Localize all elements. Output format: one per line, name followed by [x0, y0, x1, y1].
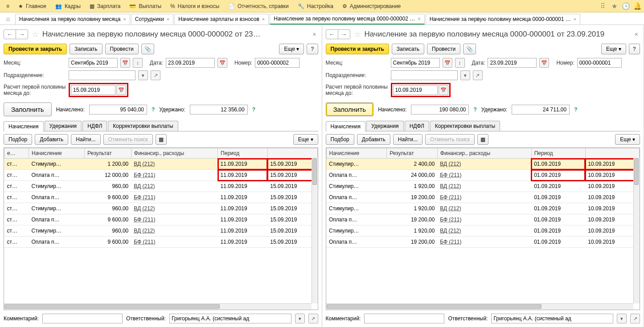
close-icon[interactable]: ×	[123, 16, 126, 22]
fill-button[interactable]: Заполнить	[4, 102, 52, 116]
date-input[interactable]: 23.09.2019	[166, 58, 215, 68]
open-icon[interactable]: ↗	[151, 70, 160, 80]
cancel-find-button[interactable]: Отменить поиск	[103, 134, 153, 145]
table-row[interactable]: Оплата п…19 200,00БФ (211)01.09.201910.0…	[326, 237, 640, 248]
menu-hamburger[interactable]: ≡	[2, 0, 14, 12]
table-row[interactable]: Оплата п…19 200,00БФ (211)01.09.201910.0…	[326, 192, 640, 203]
column-header[interactable]: е…	[4, 148, 29, 159]
tab-2[interactable]: Начисление зарплаты и взносов×	[174, 14, 269, 25]
spinner-icon[interactable]: ↕	[133, 58, 143, 68]
calendar-icon[interactable]: 📅	[539, 58, 549, 68]
comment-input[interactable]	[42, 314, 123, 323]
back-icon[interactable]: ←	[326, 30, 338, 39]
calendar-icon[interactable]: 📅	[120, 58, 130, 68]
calendar-icon[interactable]: 📅	[217, 58, 227, 68]
star-outline-icon[interactable]: ☆	[354, 29, 361, 39]
horizontal-scrollbar[interactable]	[326, 303, 634, 310]
resp-input[interactable]: Григорьянц А.А. (системный ад	[169, 314, 291, 323]
help-icon[interactable]: ?	[473, 106, 476, 113]
tab-0[interactable]: Начисления за первую половину месяца×	[15, 14, 130, 25]
accrued-input[interactable]	[89, 105, 147, 114]
help-icon[interactable]: ?	[152, 106, 155, 113]
column-header[interactable]: Результат	[85, 148, 131, 159]
pick-button[interactable]: Подбор	[4, 134, 32, 145]
open-icon[interactable]: ↗	[308, 314, 318, 323]
column-header[interactable]: Финансир., расходы	[131, 148, 217, 159]
table-row[interactable]: Оплата п…24 000,00БФ (211)01.09.201910.0…	[326, 170, 640, 181]
subtab-3[interactable]: Корректировки выплаты	[430, 121, 500, 131]
post-button[interactable]: Провести	[105, 44, 139, 54]
nav-back-forward[interactable]: ←→	[326, 29, 350, 39]
open-icon[interactable]: ↗	[473, 70, 483, 80]
star-outline-icon[interactable]: ☆	[32, 29, 39, 39]
menu-reports[interactable]: 📄Отчетность, справки	[224, 0, 293, 12]
column-header[interactable]: Начисление	[326, 148, 387, 159]
column-header[interactable]: Результат	[387, 148, 438, 159]
write-button[interactable]: Записать	[70, 44, 102, 54]
pick-button[interactable]: Подбор	[326, 134, 354, 145]
subtab-3[interactable]: Корректировки выплаты	[108, 121, 178, 131]
table-row[interactable]: Оплата п…19 200,00БФ (211)01.09.201910.0…	[326, 214, 640, 225]
table-row[interactable]: ст…Оплата п…9 600,00БФ (211)11.09.201915…	[4, 237, 318, 248]
column-header[interactable]	[585, 148, 639, 159]
close-icon[interactable]: ×	[418, 16, 420, 21]
more-button[interactable]: Еще ▾	[601, 44, 626, 54]
dropdown-icon[interactable]: ▾	[460, 70, 470, 80]
bell-icon[interactable]: 🔔	[632, 1, 642, 11]
subtab-2[interactable]: НДФЛ	[405, 121, 429, 131]
table-row[interactable]: ст…Стимулир…960,00ВД (212)11.09.201915.0…	[4, 181, 318, 192]
fill-button[interactable]: Заполнить	[326, 102, 374, 116]
table-row[interactable]: ст…Оплата п…9 600,00БФ (211)11.09.201915…	[4, 192, 318, 203]
vertical-scrollbar[interactable]	[633, 158, 640, 303]
menu-hr[interactable]: 👥Кадры	[51, 0, 85, 12]
column-header[interactable]: Период	[531, 148, 585, 159]
close-icon[interactable]: ×	[311, 31, 318, 38]
add-button[interactable]: Добавить	[35, 134, 68, 145]
find-button[interactable]: Найти...	[71, 134, 100, 145]
open-icon[interactable]: ↗	[630, 314, 640, 323]
tt-more-button[interactable]: Еще ▾	[615, 134, 640, 145]
column-header[interactable]: Период	[218, 148, 268, 159]
date-input[interactable]: 23.09.2019	[488, 58, 537, 68]
cancel-find-button[interactable]: Отменить поиск	[425, 134, 475, 145]
dept-input[interactable]	[69, 70, 135, 80]
attach-button[interactable]: 📎	[463, 44, 476, 54]
subtab-1[interactable]: Удержания	[366, 121, 404, 131]
help-icon[interactable]: ?	[574, 106, 577, 113]
post-close-button[interactable]: Провести и закрыть	[4, 44, 67, 54]
favorite-icon[interactable]: ★	[609, 1, 619, 11]
close-icon[interactable]: ×	[262, 16, 265, 22]
subtab-2[interactable]: НДФЛ	[82, 121, 107, 131]
close-icon[interactable]: ×	[633, 31, 640, 38]
tab-4[interactable]: Начисление за первую половину месяца 000…	[426, 14, 580, 25]
menu-salary[interactable]: ▦Зарплата	[85, 0, 125, 12]
calc-date-input[interactable]: 10.09.2019	[393, 85, 438, 95]
attach-button[interactable]: 📎	[141, 44, 154, 54]
home-icon[interactable]: ⌂	[2, 13, 14, 24]
menu-main[interactable]: ★Главное	[14, 0, 51, 12]
calendar-icon[interactable]: 📅	[439, 85, 448, 95]
table-row[interactable]: Стимулир…1 920,00ВД (212)01.09.201910.09…	[326, 181, 640, 192]
post-button[interactable]: Провести	[427, 44, 460, 54]
month-input[interactable]: Сентябрь 2019	[69, 58, 118, 68]
resp-input[interactable]: Григорьянц А.А. (системный ад	[491, 314, 613, 323]
close-icon[interactable]: ×	[167, 16, 169, 22]
forward-icon[interactable]: →	[338, 30, 350, 39]
month-input[interactable]: Сентябрь 2019	[391, 58, 440, 68]
spinner-icon[interactable]: ↕	[455, 58, 465, 68]
subtab-0[interactable]: Начисления	[326, 121, 366, 131]
column-header[interactable]: Начисление	[29, 148, 85, 159]
tab-1[interactable]: Сотрудники×	[131, 14, 173, 25]
nav-back-forward[interactable]: ←→	[4, 29, 28, 39]
tt-more-button[interactable]: Еще ▾	[293, 134, 318, 145]
close-icon[interactable]: ×	[574, 16, 576, 22]
tab-3[interactable]: Начисление за первую половину месяца 000…	[270, 14, 424, 25]
table-row[interactable]: ст…Оплата п…12 000,00БФ (211)11.09.20191…	[4, 170, 318, 181]
menu-settings[interactable]: 🔧Настройка	[293, 0, 338, 12]
number-input[interactable]: 0000-000002	[255, 58, 299, 68]
table-row[interactable]: Стимулир…2 400,00ВД (212)01.09.201910.09…	[326, 159, 640, 170]
menu-taxes[interactable]: %Налоги и взносы	[166, 0, 224, 12]
grid-settings-button[interactable]: ▦	[156, 134, 167, 145]
comment-input[interactable]	[364, 314, 444, 323]
history-icon[interactable]: 🕓	[621, 1, 631, 11]
